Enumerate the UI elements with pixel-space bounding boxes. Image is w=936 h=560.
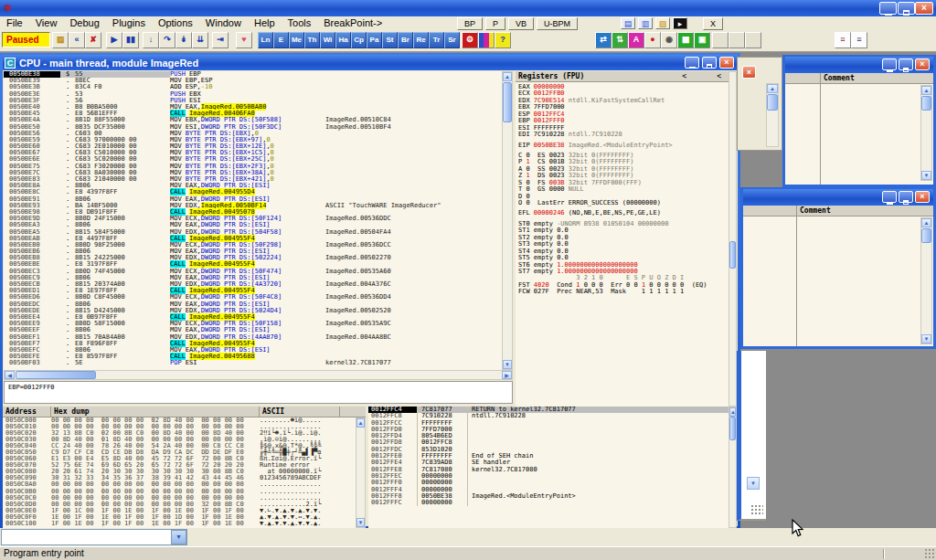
hit-trace-button[interactable]: ♥ [236, 32, 252, 48]
fragment-scrollbar[interactable]: ▲ [766, 83, 779, 147]
run-button[interactable]: ▶ [106, 32, 122, 48]
register-line[interactable]: T 0 GS 0000 NULL [518, 186, 729, 193]
spiral-button[interactable]: ◉ [661, 32, 677, 48]
register-line[interactable]: EIP 0050BE38 ImageRed.<ModuleEntryPoint> [518, 143, 729, 149]
menu-button-bp[interactable]: BP [457, 17, 483, 30]
comment-window-1-titlebar[interactable]: × [785, 57, 933, 73]
command-combobox[interactable]: ▼ [1, 529, 187, 545]
scroll-right-icon[interactable]: ▶ [502, 371, 512, 379]
menu-button-vb[interactable]: VB [508, 17, 534, 30]
minimize-button[interactable] [882, 191, 897, 203]
scroll-down-icon[interactable]: ▼ [503, 360, 512, 369]
chevron-down-icon[interactable]: ▼ [171, 530, 186, 544]
open-file-button[interactable]: ▨ [52, 32, 69, 48]
menu-item-breakpoint[interactable]: BreakPoint-> [317, 16, 388, 29]
execute-till-return-button[interactable]: ⇥ [212, 32, 229, 48]
cpu-minimize-button[interactable] [685, 57, 699, 69]
resize-grip[interactable] [750, 504, 763, 515]
registers-scrollbar[interactable] [729, 71, 737, 407]
info-pane[interactable]: EBP=0012FFF0 [4, 381, 513, 404]
comment-window-2-titlebar[interactable]: × [743, 189, 933, 206]
step-into-button[interactable]: ↓ [143, 32, 159, 48]
ascii-button[interactable]: A [628, 32, 644, 48]
plugin-close-button[interactable]: X [703, 17, 723, 30]
pane-Ln-button[interactable]: Ln [258, 32, 273, 48]
pane-Wi-button[interactable]: Wi [320, 32, 335, 48]
maximize-button[interactable] [899, 191, 913, 203]
cpu-titlebar[interactable]: C CPU - main thread, module ImageRed × [3, 55, 738, 70]
menu-item-options[interactable]: Options [152, 16, 199, 29]
menu-button-u-bpm[interactable]: U-BPM [537, 17, 578, 30]
command-input[interactable] [3, 531, 169, 544]
cpu-close-button[interactable]: × [719, 57, 734, 69]
dump-row[interactable]: 0050C1001F 00 1E 00 1F 00 1F 00 1E 00 1F… [3, 521, 366, 527]
menu-item-window[interactable]: Window [199, 16, 248, 29]
menu-item-file[interactable]: File [0, 16, 29, 29]
register-line[interactable]: FCW 027F Prec NEAR,53 Mask 1 1 1 1 1 1 [518, 289, 729, 295]
console-icon[interactable]: ▸ [673, 17, 687, 29]
screen-button[interactable]: ▣ [694, 32, 710, 48]
minimize-button[interactable] [879, 2, 897, 15]
register-line[interactable]: O 0 LastErr ERROR_SUCCESS (00000000) [518, 200, 729, 206]
pane-E-button[interactable]: E [273, 32, 289, 48]
pane-Pa-button[interactable]: Pa [367, 32, 382, 48]
register-line[interactable]: EDI 7C910228 ntdll.7C910228 [518, 132, 729, 138]
disassembly-pane[interactable]: 0050BE38$55PUSH EBP0050BE39.8BECMOV EBP,… [4, 71, 502, 370]
close-button[interactable]: × [915, 58, 930, 70]
hexdump-pane[interactable]: Address Hex dump ASCII 0050C00000 00 00 … [3, 407, 366, 528]
window-list-button[interactable]: ≡ [835, 32, 851, 48]
scroll-down-icon[interactable]: ▼ [921, 334, 931, 343]
step-over-button[interactable]: ↷ [159, 32, 176, 48]
updown-button[interactable]: ⇅ [612, 32, 628, 48]
maximize-button[interactable] [899, 58, 913, 70]
scroll-left-icon[interactable]: ◀ [5, 371, 15, 379]
pane-Ha-button[interactable]: Ha [335, 32, 351, 48]
disasm-row[interactable]: 0050BF03.5EPOP ESIkernel32.7C817077 [4, 360, 502, 366]
pane-Me-button[interactable]: Me [289, 32, 304, 48]
pane-Re-button[interactable]: Re [413, 32, 429, 48]
blank-button-3[interactable] [745, 32, 761, 48]
folder-icon[interactable]: ▨ [655, 17, 670, 29]
comment1-scrollbar[interactable]: ▲ ▼ [920, 85, 932, 181]
scroll-up-icon[interactable]: ▲ [356, 418, 365, 428]
menu-item-help[interactable]: Help [248, 16, 282, 29]
task-list-button[interactable]: ≡ [851, 32, 867, 48]
pane-Br-button[interactable]: Br [398, 32, 413, 48]
appearance-colors-button[interactable] [478, 32, 495, 48]
swap-arrows-button[interactable]: ⇄ [595, 32, 612, 48]
resize-grip[interactable] [924, 548, 935, 559]
blank-button-1[interactable] [712, 32, 729, 48]
hexdump-scrollbar[interactable]: ▲ ▼ [356, 417, 366, 528]
close-button[interactable]: × [915, 191, 930, 203]
scroll-up-icon[interactable]: ▲ [503, 72, 512, 81]
record-button[interactable]: ● [644, 32, 661, 48]
restart-button[interactable]: « [69, 32, 85, 48]
animate-into-button[interactable]: ↡ [176, 32, 192, 48]
book-icon[interactable]: ▥ [638, 17, 653, 29]
cpu-restore-button[interactable] [702, 57, 717, 69]
menu-item-plugins[interactable]: Plugins [106, 16, 152, 29]
pause-button[interactable]: ▮▮ [122, 32, 139, 48]
disasm-hscrollbar[interactable]: ◀ ▶ [4, 370, 513, 380]
close-program-button[interactable]: ✘ [85, 32, 101, 48]
scroll-up-icon[interactable]: ▲ [921, 86, 931, 95]
menu-button-p[interactable]: P [485, 17, 505, 30]
pane-Sr-button[interactable]: Sr [444, 32, 460, 48]
minimize-button[interactable] [882, 58, 897, 70]
collapse-icon[interactable]: < [717, 71, 721, 81]
menu-item-view[interactable]: View [29, 16, 64, 29]
pane-Cp-button[interactable]: Cp [351, 32, 367, 48]
blank-button-2[interactable] [729, 32, 745, 48]
scroll-down-icon[interactable]: ▼ [921, 171, 931, 180]
pane-Th-button[interactable]: Th [304, 32, 320, 48]
restore-button[interactable] [898, 2, 915, 15]
stack-scrollbar[interactable]: ▲ [729, 407, 737, 528]
collapse-icon[interactable]: < [682, 71, 686, 81]
close-icon[interactable]: × [742, 66, 756, 79]
menu-item-tools[interactable]: Tools [282, 16, 318, 29]
options-gear-button[interactable]: ⚙ [462, 32, 478, 48]
scroll-up-icon[interactable]: ▲ [921, 218, 931, 227]
comment2-scrollbar[interactable]: ▲ ▼ [920, 217, 932, 344]
register-line[interactable]: EFL 00000246 (NO,NB,E,BE,NS,PE,GE,LE) [518, 210, 729, 217]
disasm-vscrollbar[interactable]: ▲ ▼ [502, 71, 513, 370]
